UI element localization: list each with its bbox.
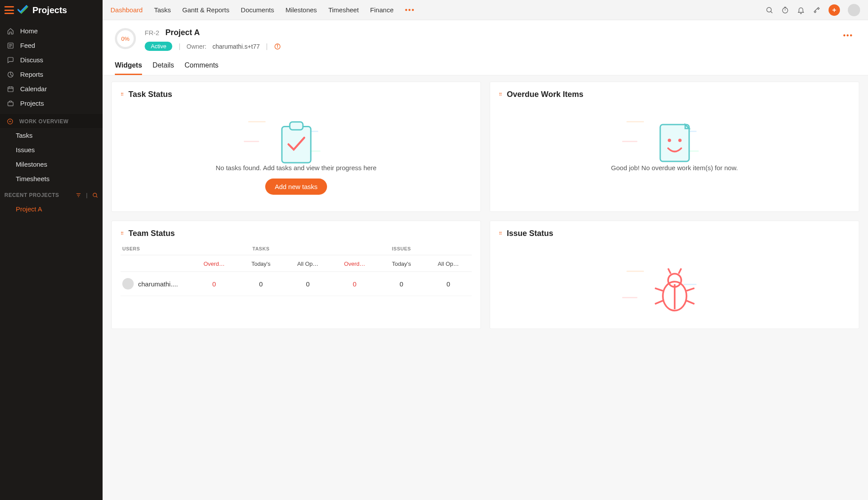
cell-tasks-today: 0 — [238, 280, 285, 288]
app-logo-icon — [18, 4, 29, 16]
main-area: Dashboard Tasks Gantt & Reports Document… — [103, 0, 868, 500]
widget-team-status: ⠿ Team Status USERS TASKS ISSUES Overd… … — [111, 221, 481, 329]
plus-icon — [831, 7, 837, 13]
recent-project-item[interactable]: Project A — [0, 202, 103, 216]
nav-home[interactable]: Home — [0, 24, 103, 38]
widget-task-status: ⠿ Task Status No tasks found. Add tasks … — [111, 82, 481, 212]
svg-rect-28 — [290, 122, 303, 130]
project-header: 0% FR-2 Project A Active | Owner: charum… — [103, 20, 868, 51]
nav-label: Reports — [20, 71, 43, 78]
subcol-today: Today's — [378, 261, 425, 267]
bell-icon[interactable] — [797, 6, 805, 14]
progress-ring: 0% — [115, 28, 136, 49]
widget-title: Overdue Work Items — [507, 90, 583, 99]
section-label: WORK OVERVIEW — [19, 118, 68, 125]
divider: | — [178, 43, 180, 50]
add-tasks-button[interactable]: Add new tasks — [265, 179, 327, 195]
header-more-icon[interactable]: ••• — [843, 32, 853, 39]
svg-line-38 — [655, 301, 663, 304]
user-avatar[interactable] — [848, 4, 860, 16]
tools-icon[interactable] — [813, 6, 821, 14]
cell-tasks-open: 0 — [285, 280, 331, 288]
drag-handle-icon[interactable]: ⠿ — [499, 92, 502, 97]
sub-milestones[interactable]: Milestones — [0, 157, 103, 171]
user-name: charumathi.... — [138, 280, 178, 288]
project-code: FR-2 — [145, 29, 159, 36]
nav-feed[interactable]: Feed — [0, 38, 103, 53]
tab-timesheet[interactable]: Timesheet — [328, 6, 359, 14]
subcol-today: Today's — [238, 261, 285, 267]
user-cell[interactable]: charumathi.... — [121, 278, 191, 289]
svg-line-21 — [815, 8, 817, 11]
search-icon[interactable] — [765, 6, 773, 14]
svg-rect-29 — [660, 125, 689, 161]
widget-title: Task Status — [128, 90, 172, 99]
cell-tasks-overdue: 0 — [191, 280, 238, 288]
work-overview-header[interactable]: WORK OVERVIEW — [0, 114, 103, 128]
briefcase-icon — [7, 100, 14, 107]
tab-gantt[interactable]: Gantt & Reports — [182, 6, 230, 14]
calendar-icon — [7, 86, 14, 93]
cell-issues-overdue: 0 — [331, 280, 378, 288]
owner-name: charumathi.s+t77 — [213, 43, 260, 50]
subcol-overdue: Overd… — [331, 261, 378, 267]
status-badge[interactable]: Active — [145, 42, 172, 51]
filter-icon[interactable] — [75, 192, 82, 198]
svg-line-34 — [668, 268, 671, 274]
nav-label: Feed — [20, 42, 35, 49]
svg-line-17 — [771, 11, 772, 13]
svg-point-14 — [93, 193, 96, 196]
cell-issues-open: 0 — [425, 280, 472, 288]
svg-rect-5 — [8, 87, 13, 92]
tab-milestones[interactable]: Milestones — [285, 6, 317, 14]
nav-reports[interactable]: Reports — [0, 67, 103, 82]
svg-line-15 — [96, 196, 97, 197]
divider: | — [266, 43, 267, 50]
widget-title: Team Status — [128, 229, 175, 238]
cell-issues-today: 0 — [378, 280, 425, 288]
nav-projects[interactable]: Projects — [0, 96, 103, 111]
widget-title: Issue Status — [507, 229, 553, 238]
nav-discuss[interactable]: Discuss — [0, 53, 103, 67]
svg-line-36 — [655, 288, 663, 291]
chevron-up-icon — [7, 118, 13, 125]
tab-dashboard[interactable]: Dashboard — [110, 6, 142, 14]
sub-issues[interactable]: Issues — [0, 143, 103, 157]
bug-illustration — [648, 264, 701, 304]
search-icon[interactable] — [92, 192, 98, 198]
nav-label: Calendar — [20, 85, 47, 93]
tabs-more-icon[interactable]: ••• — [405, 6, 415, 14]
svg-point-10 — [7, 119, 13, 124]
user-avatar-icon — [122, 278, 134, 289]
subcol-allopen: All Op… — [425, 261, 472, 267]
topbar: Dashboard Tasks Gantt & Reports Document… — [103, 0, 868, 20]
col-tasks: TASKS — [191, 246, 331, 251]
drag-handle-icon[interactable]: ⠿ — [121, 231, 124, 236]
svg-rect-9 — [8, 102, 13, 106]
subtab-comments[interactable]: Comments — [185, 61, 218, 75]
drag-handle-icon[interactable]: ⠿ — [499, 231, 502, 236]
sub-timesheets[interactable]: Timesheets — [0, 171, 103, 186]
feed-icon — [7, 42, 14, 49]
tab-documents[interactable]: Documents — [241, 6, 274, 14]
subtab-widgets[interactable]: Widgets — [115, 61, 142, 75]
owner-label: Owner: — [187, 43, 206, 50]
discuss-icon — [7, 57, 14, 64]
sub-tasks[interactable]: Tasks — [0, 128, 103, 143]
tab-tasks[interactable]: Tasks — [154, 6, 171, 14]
drag-handle-icon[interactable]: ⠿ — [121, 92, 124, 97]
reports-icon — [7, 71, 14, 78]
subtab-details[interactable]: Details — [153, 61, 174, 75]
hamburger-icon[interactable] — [4, 6, 14, 14]
clipboard-check-illustration — [270, 117, 323, 156]
top-icons — [765, 4, 860, 16]
main-nav: Home Feed Discuss Reports Calendar Proje… — [0, 20, 103, 114]
info-icon[interactable] — [274, 43, 281, 50]
logo-bar: Projects — [0, 0, 103, 20]
subcol-allopen: All Op… — [285, 261, 331, 267]
tab-finance[interactable]: Finance — [370, 6, 393, 14]
add-button[interactable] — [829, 4, 840, 16]
divider: | — [86, 192, 88, 198]
nav-calendar[interactable]: Calendar — [0, 82, 103, 96]
timer-icon[interactable] — [781, 6, 789, 14]
